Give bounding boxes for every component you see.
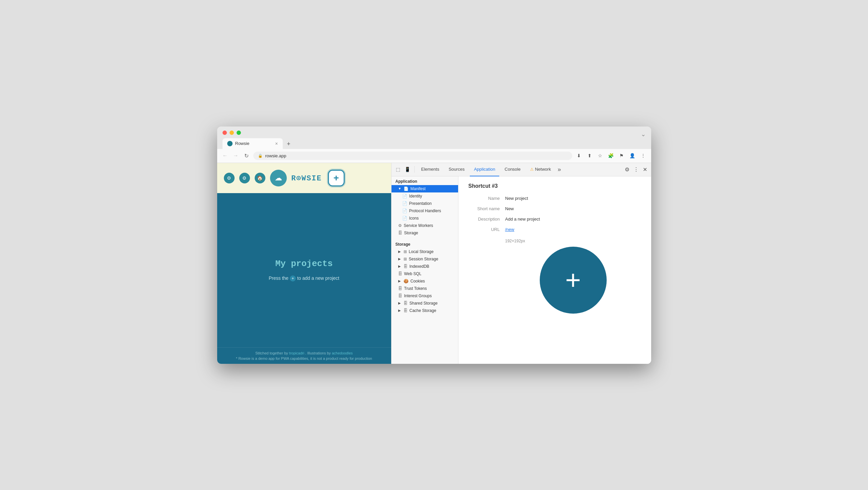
- website-area: ⚙ ⚙ 🏠 ☁ R⊙WSIE + My projects Press the +…: [217, 163, 391, 364]
- url-bar[interactable]: 🔒 rowsie.app: [253, 152, 572, 160]
- inspect-icon[interactable]: ⬚: [394, 165, 402, 173]
- detail-row-description: Description Add a new project: [468, 217, 641, 221]
- sidebar-item-cookies[interactable]: ▶ 🍪 Cookies: [392, 277, 458, 285]
- forward-button[interactable]: →: [232, 152, 240, 160]
- protocol-file-icon: 📄: [402, 209, 407, 213]
- icon-circle: +: [540, 247, 607, 314]
- menu-icon[interactable]: ⋮: [639, 152, 647, 160]
- settings-icon[interactable]: ⚙: [623, 165, 631, 174]
- service-workers-icon: ⚙: [398, 223, 402, 228]
- share-icon[interactable]: ⬆: [586, 152, 594, 160]
- sidebar-item-storage-app[interactable]: 🗄 Storage: [392, 229, 458, 237]
- bookmark-icon[interactable]: ☆: [596, 152, 604, 160]
- window-expand-icon[interactable]: ⌄: [641, 130, 646, 138]
- main-content: ⚙ ⚙ 🏠 ☁ R⊙WSIE + My projects Press the +…: [217, 163, 651, 364]
- maximize-button[interactable]: [237, 130, 241, 135]
- device-toolbar-icon[interactable]: 📱: [404, 165, 411, 173]
- detail-value-name: New project: [505, 196, 528, 201]
- devtools-body: Application ▼ 📄 Manifest 📄 Identity 📄 Pr…: [392, 176, 651, 364]
- network-warn-icon: ⚠: [530, 167, 534, 172]
- storage-app-icon: 🗄: [398, 231, 402, 235]
- back-button[interactable]: ←: [221, 152, 229, 160]
- sidebar-item-shared-storage[interactable]: ▶ 🗄 Shared Storage: [392, 300, 458, 307]
- detail-row-name: Name New project: [468, 196, 641, 201]
- browser-tabs-row: Rowsie × +: [222, 138, 646, 149]
- devtools-more-icon[interactable]: ⋮: [632, 165, 640, 174]
- detail-value-description: Add a new project: [505, 217, 540, 221]
- icon-preview: 192×192px +: [468, 239, 641, 314]
- tab-close-button[interactable]: ×: [275, 141, 278, 146]
- tab-application[interactable]: Application: [470, 163, 499, 176]
- traffic-lights: [222, 130, 241, 135]
- site-body: My projects Press the + to add a new pro…: [217, 193, 391, 347]
- tab-elements[interactable]: Elements: [417, 163, 443, 176]
- identity-file-icon: 📄: [402, 194, 407, 198]
- profile-icon[interactable]: 👤: [628, 152, 637, 160]
- sidebar-item-local-storage[interactable]: ▶ ⊞ Local Storage: [392, 248, 458, 255]
- sidebar-item-web-sql[interactable]: 🗄 Web SQL: [392, 270, 458, 277]
- expand-arrow-indexeddb: ▶: [398, 265, 402, 268]
- tab-separator: [414, 166, 414, 173]
- sidebar-item-indexeddb[interactable]: ▶ 🗄 IndexedDB: [392, 263, 458, 270]
- sidebar-item-manifest[interactable]: ▼ 📄 Manifest: [392, 185, 458, 192]
- sidebar-item-protocol-handlers[interactable]: 📄 Protocol Handlers: [392, 207, 458, 215]
- devtools-close-icon[interactable]: ✕: [642, 165, 649, 174]
- sidebar-item-service-workers[interactable]: ⚙ Service Workers: [392, 222, 458, 229]
- minimize-button[interactable]: [229, 130, 234, 135]
- detail-value-url[interactable]: /new: [505, 227, 514, 232]
- close-button[interactable]: [222, 130, 227, 135]
- local-storage-icon: ⊞: [404, 249, 407, 254]
- lock-icon: 🔒: [258, 154, 263, 158]
- sidebar-item-session-storage[interactable]: ▶ ⊞ Session Storage: [392, 255, 458, 263]
- detail-row-short-name: Short name New: [468, 206, 641, 211]
- sidebar-item-presentation[interactable]: 📄 Presentation: [392, 200, 458, 207]
- reload-button[interactable]: ↻: [243, 152, 251, 160]
- description-plus-icon: +: [290, 275, 296, 281]
- sidebar-item-cache-storage[interactable]: ▶ 🗄 Cache Storage: [392, 307, 458, 314]
- site-mascot: ☁: [270, 170, 287, 186]
- more-tabs-button[interactable]: »: [556, 166, 562, 173]
- footer-link-tropicadri[interactable]: tropicadri: [289, 351, 304, 355]
- expand-arrow-manifest: ▼: [398, 187, 402, 190]
- sidebar-item-icons[interactable]: 📄 Icons: [392, 215, 458, 222]
- download-icon[interactable]: ⬇: [575, 152, 583, 160]
- address-actions: ⬇ ⬆ ☆ 🧩 ⚑ 👤 ⋮: [575, 152, 647, 160]
- tab-sources[interactable]: Sources: [445, 163, 469, 176]
- icons-file-icon: 📄: [402, 216, 407, 220]
- tab-network[interactable]: ⚠ Network: [526, 163, 555, 176]
- browser-window: ⌄ Rowsie × + ← → ↻ 🔒 rowsie.app ⬇ ⬆ ☆ 🧩 …: [217, 126, 651, 364]
- site-logo: R⊙WSIE: [291, 173, 322, 183]
- devtools: ⬚ 📱 Elements Sources Application Console…: [391, 163, 651, 364]
- site-header: ⚙ ⚙ 🏠 ☁ R⊙WSIE +: [217, 163, 391, 193]
- extension-icon[interactable]: 🧩: [607, 152, 615, 160]
- sidebar-item-interest-groups[interactable]: 🗄 Interest Groups: [392, 292, 458, 300]
- application-section-title: Application: [392, 176, 458, 185]
- footer-note: * Rowsie is a demo app for PWA capabilit…: [224, 357, 384, 361]
- session-storage-icon: ⊞: [404, 257, 407, 262]
- footer-line1: Stitched together by tropicadri . Illust…: [224, 351, 384, 355]
- url-text: rowsie.app: [265, 153, 286, 158]
- web-sql-icon: 🗄: [398, 271, 402, 276]
- flag-icon[interactable]: ⚑: [618, 152, 626, 160]
- browser-tab-rowsie[interactable]: Rowsie ×: [222, 138, 283, 149]
- detail-label-url: URL: [468, 227, 505, 232]
- storage-section-title: Storage: [392, 239, 458, 248]
- new-tab-button[interactable]: +: [284, 140, 293, 149]
- tab-console[interactable]: Console: [501, 163, 525, 176]
- site-title: My projects: [275, 259, 333, 269]
- sidebar-item-trust-tokens[interactable]: 🗄 Trust Tokens: [392, 285, 458, 292]
- devtools-tabs: ⬚ 📱 Elements Sources Application Console…: [392, 163, 651, 176]
- devtools-settings: ⚙ ⋮ ✕: [623, 165, 649, 174]
- sidebar-item-identity[interactable]: 📄 Identity: [392, 192, 458, 200]
- detail-value-short-name: New: [505, 206, 514, 211]
- footer-link-achedoodles[interactable]: achedoodles: [332, 351, 353, 355]
- tab-title: Rowsie: [235, 141, 250, 146]
- site-add-button[interactable]: +: [328, 170, 345, 186]
- indexeddb-icon: 🗄: [404, 264, 408, 269]
- site-footer: Stitched together by tropicadri . Illust…: [217, 347, 391, 364]
- icon-size-label: 192×192px: [505, 239, 525, 243]
- site-description: Press the + to add a new project: [269, 275, 339, 281]
- expand-arrow-shared-storage: ▶: [398, 301, 402, 305]
- description-prefix: Press the: [269, 275, 288, 281]
- cache-storage-icon: 🗄: [404, 308, 408, 313]
